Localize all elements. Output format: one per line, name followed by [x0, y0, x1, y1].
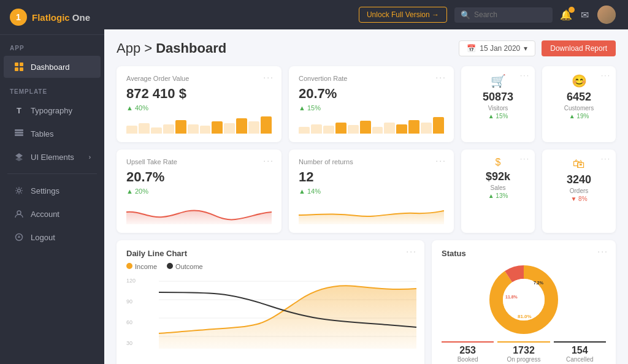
logout-icon — [13, 232, 25, 243]
sidebar-item-account[interactable]: Account — [4, 203, 101, 225]
table-icon — [13, 128, 25, 139]
download-report-button[interactable]: Download Report — [542, 40, 616, 56]
card-menu-dots[interactable]: ··· — [435, 72, 446, 82]
status-title: Status — [442, 249, 606, 258]
svg-marker-8 — [15, 157, 23, 161]
card-change: ▲ 19% — [551, 113, 607, 119]
card-change: ▲ 15% — [470, 113, 526, 119]
account-icon — [13, 208, 25, 219]
card-label: Orders — [551, 188, 607, 194]
card-value: 6452 — [551, 91, 607, 104]
status-card: ··· Status 11.8% 7.2% 81.0% — [432, 240, 616, 364]
sidebar-section-template: TEMPLATE — [0, 78, 104, 99]
stat-booked: 253 Booked — [442, 341, 494, 363]
svg-text:7.2%: 7.2% — [534, 281, 544, 285]
content: App > Dashboard 📅 15 Jan 2020 ▾ Download… — [104, 29, 628, 364]
topbar: Unlock Full Version → 🔍 🔔 ✉ — [104, 0, 628, 29]
status-stats: 253 Booked 1732 On progress 154 Cancelle… — [442, 341, 606, 363]
card-label: Sales — [470, 184, 526, 191]
card-label: Visitors — [470, 105, 526, 112]
card-menu-dots[interactable]: ··· — [435, 156, 446, 165]
card-menu-dots[interactable]: ··· — [601, 71, 611, 80]
svg-rect-3 — [20, 67, 23, 71]
card-change: ▲ 20% — [126, 188, 272, 195]
card-menu-dots[interactable]: ··· — [601, 154, 611, 163]
notification-badge — [569, 7, 575, 13]
sidebar-logo: 1 Flatlogic One — [0, 0, 104, 35]
sidebar-item-typography[interactable]: T Typography — [4, 99, 101, 121]
card-label: Convertion Rate — [299, 75, 444, 82]
line-chart-svg — [144, 275, 432, 349]
sidebar-item-label: Logout — [31, 233, 91, 242]
card-value: 3240 — [551, 173, 607, 186]
card-menu-dots[interactable]: ··· — [520, 154, 530, 163]
unlock-button[interactable]: Unlock Full Version → — [359, 7, 447, 23]
search-input[interactable] — [474, 10, 546, 19]
chart-area: 120 90 60 30 — [126, 275, 415, 349]
card-menu-dots[interactable]: ··· — [263, 156, 274, 165]
sidebar-item-label: Settings — [31, 186, 91, 195]
date-picker[interactable]: 📅 15 Jan 2020 ▾ — [459, 40, 535, 56]
svg-rect-1 — [20, 63, 23, 66]
card-label: Customers — [551, 105, 607, 112]
metrics-row-1: ··· Average Order Value 872 410 $ ▲ 40% — [117, 66, 616, 142]
card-change: ▼ 8% — [551, 195, 607, 202]
metrics-row-2: ··· Upsell Take Rate 20.7% ▲ 20% — [117, 150, 616, 233]
card-avg-order: ··· Average Order Value 872 410 $ ▲ 40% — [117, 66, 281, 142]
svg-rect-2 — [15, 67, 18, 71]
topbar-icons: 🔔 ✉ — [560, 6, 616, 24]
sidebar-item-label: Account — [31, 210, 91, 219]
sidebar-item-dashboard[interactable]: Dashboard — [4, 56, 101, 78]
stat-on-progress: 1732 On progress — [497, 341, 550, 363]
card-menu-dots[interactable]: ··· — [406, 246, 417, 256]
visitors-icon: 🛒 — [470, 74, 526, 88]
svg-point-10 — [17, 211, 21, 214]
card-change: ▲ 15% — [299, 104, 444, 112]
typography-icon: T — [13, 105, 25, 116]
notification-icon[interactable]: 🔔 — [560, 9, 572, 21]
chart-legend: Income Outcome — [126, 263, 415, 270]
card-label: Upsell Take Rate — [126, 158, 272, 165]
sidebar-item-label: Tables — [31, 129, 91, 138]
search-box[interactable]: 🔍 — [454, 7, 553, 23]
mini-line-chart — [126, 200, 272, 224]
mail-icon[interactable]: ✉ — [581, 9, 589, 21]
svg-rect-4 — [15, 129, 23, 131]
card-change: ▲ 40% — [126, 104, 272, 112]
card-value: 20.7% — [299, 86, 444, 102]
sidebar-item-label: UI Elements — [31, 153, 89, 162]
card-value: $92k — [470, 170, 526, 183]
card-sales: ··· $ $92k Sales ▲ 13% — [461, 150, 535, 233]
svg-rect-5 — [15, 132, 23, 134]
sidebar-item-tables[interactable]: Tables — [4, 123, 101, 145]
bottom-section: ··· Daily Line Chart Income Outcome 120 … — [117, 240, 616, 364]
chevron-down-icon: ▾ — [524, 44, 527, 53]
card-menu-dots[interactable]: ··· — [263, 72, 274, 82]
svg-rect-6 — [15, 134, 23, 136]
sidebar-item-logout[interactable]: Logout — [4, 226, 101, 248]
calendar-icon: 📅 — [467, 44, 476, 53]
card-menu-dots[interactable]: ··· — [597, 246, 608, 256]
svg-rect-0 — [15, 63, 18, 66]
sidebar-item-label: Dashboard — [31, 63, 91, 72]
sidebar-divider — [7, 173, 97, 174]
sales-icon: $ — [470, 157, 526, 168]
card-value: 20.7% — [126, 169, 272, 185]
logo-text: Flatlogic One — [32, 12, 90, 23]
card-customers: ··· 😊 6452 Customers ▲ 19% — [542, 66, 616, 142]
chevron-right-icon: › — [89, 154, 91, 161]
card-value: 12 — [299, 169, 444, 185]
svg-text:81.0%: 81.0% — [518, 314, 532, 319]
daily-line-chart: ··· Daily Line Chart Income Outcome 120 … — [117, 240, 424, 364]
mini-bar-chart — [126, 116, 272, 134]
sidebar-item-settings[interactable]: Settings — [4, 180, 101, 202]
grid-icon — [13, 61, 25, 72]
avatar[interactable] — [597, 6, 616, 24]
card-value: 50873 — [470, 91, 526, 104]
card-menu-dots[interactable]: ··· — [520, 71, 530, 80]
sidebar-item-ui-elements[interactable]: UI Elements › — [4, 146, 101, 168]
svg-point-9 — [18, 189, 21, 192]
layers-icon — [13, 151, 25, 162]
search-icon: 🔍 — [461, 10, 470, 20]
logo-icon: 1 — [10, 9, 27, 26]
